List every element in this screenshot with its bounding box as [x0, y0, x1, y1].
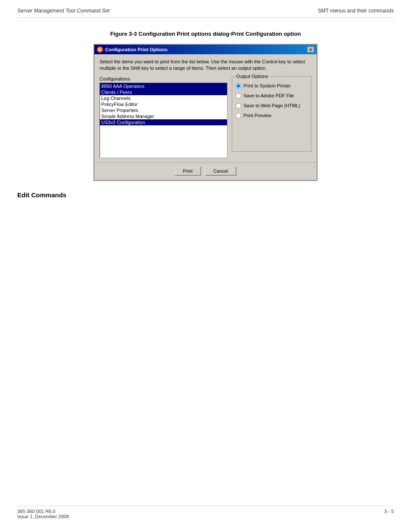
output-options-pane: Output Options Print to System PrinterSa…	[232, 76, 311, 158]
footer-content: 365-360-001 R6.0 Issue 1, December 2008 …	[17, 509, 394, 519]
output-option-1[interactable]: Save to Adobe PDF File	[236, 93, 308, 99]
footer-right: 3 - 5	[384, 509, 394, 519]
output-radio-2[interactable]	[236, 103, 241, 109]
dialog-title-text: Configuration Print Options	[105, 47, 168, 52]
output-label-1: Save to Adobe PDF File	[243, 93, 294, 98]
dialog-wrapper: ☯ Configuration Print Options ✕ Select t…	[17, 44, 394, 181]
config-item[interactable]: Simple Address Manager	[100, 113, 227, 119]
edit-commands-section: Edit Commands	[17, 191, 394, 199]
header-left: Server Management Tool Command Set	[17, 8, 109, 14]
dialog-app-icon: ☯	[97, 47, 103, 53]
dialog-titlebar-left: ☯ Configuration Print Options	[97, 47, 168, 53]
output-options-legend: Output Options	[235, 74, 269, 79]
dialog-description: Select the items you want to print from …	[100, 59, 311, 72]
dialog-titlebar: ☯ Configuration Print Options ✕	[94, 45, 317, 54]
cancel-button[interactable]: Cancel	[205, 166, 237, 176]
output-radio-0[interactable]	[236, 83, 241, 89]
output-radio-3[interactable]	[236, 113, 241, 118]
dialog-close-button[interactable]: ✕	[307, 47, 314, 53]
output-radio-1[interactable]	[236, 93, 241, 99]
footer-divider	[17, 506, 394, 506]
dialog-columns: Configurations 8950 AAA OperatorsClients…	[100, 76, 311, 158]
output-option-0[interactable]: Print to System Printer	[236, 83, 308, 89]
output-option-3[interactable]: Print Preview	[236, 113, 308, 118]
config-item[interactable]: PolicyFlow Editor	[100, 101, 227, 107]
footer-left-line1: 365-360-001 R6.0	[17, 509, 69, 514]
configurations-pane: Configurations 8950 AAA OperatorsClients…	[100, 76, 227, 158]
footer-left: 365-360-001 R6.0 Issue 1, December 2008	[17, 509, 69, 519]
edit-commands-title: Edit Commands	[17, 191, 394, 199]
page-footer: 365-360-001 R6.0 Issue 1, December 2008 …	[17, 506, 394, 519]
configurations-label: Configurations	[100, 76, 227, 81]
output-option-2[interactable]: Save to Web Page (HTML)	[236, 103, 308, 109]
dialog-window: ☯ Configuration Print Options ✕ Select t…	[93, 44, 318, 181]
header-right: SMT menus and their commands	[318, 8, 394, 14]
dialog-footer: Print Cancel	[94, 162, 317, 180]
output-label-3: Print Preview	[243, 113, 271, 118]
output-options-group: Output Options Print to System PrinterSa…	[232, 76, 311, 152]
config-item[interactable]: Log Channels	[100, 95, 227, 101]
configurations-list[interactable]: 8950 AAA OperatorsClients / PeersLog Cha…	[100, 83, 227, 158]
output-label-2: Save to Web Page (HTML)	[243, 103, 300, 108]
header-divider	[17, 17, 394, 18]
figure-section: Figure 3-3 Configuration Print options d…	[17, 31, 394, 181]
output-label-0: Print to System Printer	[243, 83, 291, 88]
figure-title: Figure 3-3 Configuration Print options d…	[17, 31, 394, 37]
output-options-container: Print to System PrinterSave to Adobe PDF…	[236, 83, 308, 118]
print-button[interactable]: Print	[174, 166, 202, 176]
footer-left-line2: Issue 1, December 2008	[17, 514, 69, 519]
config-item[interactable]: Clients / Peers	[100, 89, 227, 95]
config-item[interactable]: Server Properties	[100, 107, 227, 113]
config-item[interactable]: 8950 AAA Operators	[100, 83, 227, 89]
page-header: Server Management Tool Command Set SMT m…	[0, 0, 411, 17]
dialog-body: Select the items you want to print from …	[94, 54, 317, 162]
config-item[interactable]: US3v2 Configuration	[100, 119, 227, 125]
